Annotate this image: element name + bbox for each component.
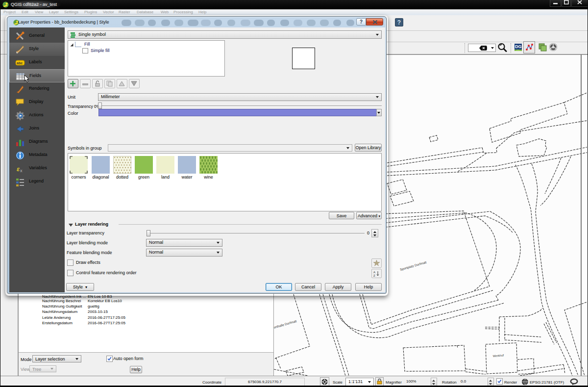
svg-text:Werkhof: Werkhof [493,354,504,358]
svg-text:x: x [20,168,23,173]
svg-text:Sportplatz Dorfmatt: Sportplatz Dorfmatt [399,260,427,272]
svg-text:ε: ε [17,165,20,173]
svg-text:DG: DG [515,44,522,49]
svg-text:A: A [373,271,375,274]
svg-text:Z: Z [373,274,375,277]
svg-text:abc: abc [17,61,23,65]
